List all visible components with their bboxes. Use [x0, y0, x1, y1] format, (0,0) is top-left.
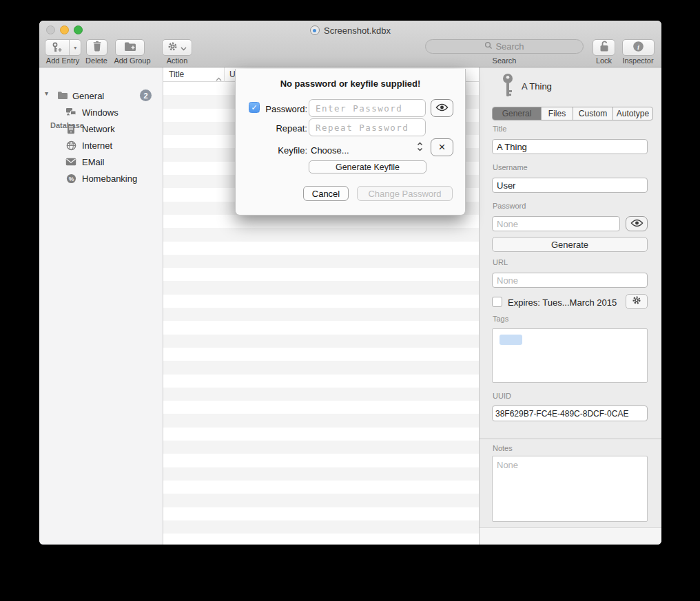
sidebar-item-label: Homebanking: [82, 173, 137, 184]
sidebar-item-label: Network: [82, 124, 115, 134]
entry-title: A Thing: [522, 81, 552, 92]
notes-field[interactable]: [492, 456, 648, 522]
dialog-password-label: Password:: [236, 104, 307, 114]
add-entry-dropdown-arrow-icon[interactable]: ▾: [69, 40, 81, 55]
expires-label: Expires: Tues...March 2015: [508, 297, 617, 308]
delete-label: Delete: [81, 56, 112, 65]
password-label: Password: [493, 202, 526, 210]
popup-stepper-icon[interactable]: [417, 141, 423, 155]
search-placeholder: Search: [495, 41, 524, 52]
lock-button[interactable]: [593, 39, 615, 56]
tab-autotype[interactable]: Autotype: [612, 107, 652, 120]
url-field[interactable]: [492, 273, 648, 288]
add-group-label: Add Group: [112, 56, 152, 65]
expires-checkbox[interactable]: [492, 297, 502, 307]
title-label: Title: [493, 125, 506, 133]
entry-count-badge: 2: [140, 89, 152, 101]
clear-keyfile-button[interactable]: ×: [431, 138, 453, 156]
generate-password-button[interactable]: Generate: [492, 237, 648, 252]
column-header-title[interactable]: Title: [169, 70, 184, 79]
tab-files[interactable]: Files: [541, 107, 573, 120]
workgroup-icon: [65, 107, 76, 118]
server-icon: [65, 123, 76, 134]
keyfile-popup[interactable]: Choose...: [311, 145, 349, 156]
cancel-button[interactable]: Cancel: [303, 186, 349, 201]
action-label: Action: [157, 56, 197, 65]
key-icon: [500, 73, 515, 102]
info-icon: i: [632, 41, 644, 55]
trash-icon: [92, 41, 102, 54]
gear-icon: [632, 295, 641, 308]
add-group-button[interactable]: [115, 39, 145, 56]
action-button[interactable]: [162, 39, 192, 56]
panel-footer: [480, 527, 661, 545]
tab-general[interactable]: General: [493, 107, 541, 120]
unlocked-padlock-icon: [599, 40, 610, 55]
svg-text:%: %: [68, 175, 74, 182]
username-label: Username: [493, 163, 528, 171]
repeat-password-field[interactable]: [309, 118, 426, 136]
disclosure-triangle-icon[interactable]: ▾: [45, 89, 48, 97]
sidebar-item-network[interactable]: Network: [39, 123, 163, 135]
sidebar-item-windows[interactable]: Windows: [39, 106, 163, 118]
window-header: Screenshot.kdbx ▾: [39, 21, 661, 67]
show-password-button[interactable]: [626, 216, 648, 231]
titlebar: Screenshot.kdbx: [39, 24, 661, 36]
sidebar-item-general[interactable]: ▾ General 2: [39, 89, 163, 102]
tags-label: Tags: [493, 315, 508, 323]
sidebar-item-label: EMail: [82, 157, 105, 167]
inspector-tabs: General Files Custom Autotype: [492, 107, 653, 120]
sidebar-item-label: General: [72, 91, 104, 101]
dialog-message: No password or keyfile supplied!: [236, 78, 465, 89]
sidebar-item-email[interactable]: EMail: [39, 156, 163, 168]
window-title: Screenshot.kdbx: [324, 25, 391, 36]
sidebar-item-internet[interactable]: Internet: [39, 139, 163, 151]
chevron-down-icon: [181, 41, 187, 54]
show-password-button[interactable]: [431, 99, 453, 117]
add-entry-label: Add Entry: [41, 56, 85, 65]
expires-settings-button[interactable]: [626, 294, 648, 309]
add-entry-button[interactable]: ▾: [45, 39, 81, 56]
app-window: Screenshot.kdbx ▾: [39, 21, 661, 545]
notes-divider: [480, 439, 661, 439]
percent-icon: %: [65, 173, 76, 184]
sidebar-item-homebanking[interactable]: % Homebanking: [39, 172, 163, 184]
enter-password-field[interactable]: [309, 99, 426, 117]
gear-icon: [167, 41, 178, 54]
globe-icon: [65, 140, 76, 151]
search-input[interactable]: Search: [425, 39, 584, 54]
sidebar-item-label: Windows: [82, 107, 119, 118]
inspector-button[interactable]: i: [622, 39, 655, 56]
eye-icon: [630, 218, 644, 230]
title-field[interactable]: [492, 139, 648, 154]
eye-icon: [435, 102, 449, 114]
envelope-icon: [65, 156, 76, 167]
inspector-label: Inspector: [614, 56, 661, 65]
search-label: Search: [484, 56, 525, 65]
key-plus-icon: [45, 40, 69, 55]
username-field[interactable]: [492, 178, 648, 193]
password-sheet-dialog: No password or keyfile supplied! ✓ Passw…: [235, 69, 466, 215]
search-icon: [484, 41, 493, 52]
column-divider[interactable]: [224, 67, 225, 82]
tab-custom[interactable]: Custom: [573, 107, 612, 120]
notes-label: Notes: [493, 444, 513, 452]
keyfile-label: Keyfile:: [236, 145, 307, 156]
uuid-field[interactable]: [492, 405, 648, 421]
folder-icon: [57, 91, 68, 102]
document-proxy-icon[interactable]: [310, 25, 320, 35]
url-label: URL: [493, 258, 508, 266]
generate-keyfile-button[interactable]: Generate Keyfile: [309, 160, 426, 173]
tags-field[interactable]: [492, 328, 648, 383]
password-field[interactable]: [492, 216, 620, 231]
change-password-button[interactable]: Change Password: [357, 186, 453, 201]
delete-button[interactable]: [86, 39, 107, 56]
repeat-label: Repeat:: [236, 123, 307, 134]
tag-token[interactable]: [500, 335, 522, 345]
uuid-label: UUID: [493, 392, 511, 400]
folder-plus-icon: [124, 41, 136, 54]
sidebar-item-label: Internet: [82, 140, 112, 151]
